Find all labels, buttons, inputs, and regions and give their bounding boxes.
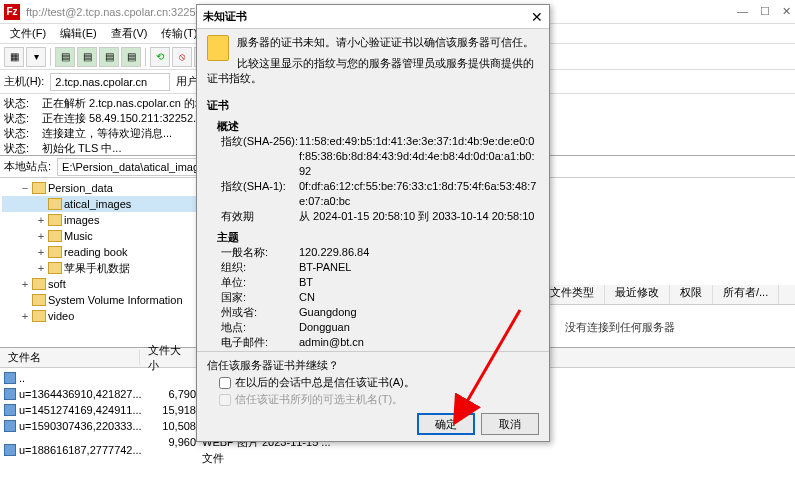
cn-label: 一般名称:	[221, 245, 299, 260]
log-label: 状态:	[4, 141, 34, 156]
dialog-title: 未知证书	[203, 9, 531, 24]
unit-label: 单位:	[221, 275, 299, 290]
log-label: 状态:	[4, 111, 34, 126]
local-site-label: 本地站点:	[4, 159, 51, 174]
country-label: 国家:	[221, 290, 299, 305]
dropdown-icon[interactable]: ▾	[26, 47, 46, 67]
log-msg: 连接建立，等待欢迎消息...	[42, 126, 172, 141]
menu-file[interactable]: 文件(F)	[4, 26, 52, 41]
refresh-icon[interactable]: ⟲	[150, 47, 170, 67]
maximize-icon[interactable]: ☐	[760, 5, 770, 18]
host-input[interactable]	[50, 73, 170, 91]
close-icon[interactable]: ✕	[782, 5, 791, 18]
section-cert: 证书	[207, 98, 539, 113]
mail-label: 电子邮件:	[221, 335, 299, 350]
remote-file-header: 文件类型 最近修改 权限 所有者/...	[540, 285, 795, 305]
log-label: 状态:	[4, 126, 34, 141]
col-name[interactable]: 文件名	[0, 350, 140, 365]
country-value: CN	[299, 290, 539, 305]
sitemanager-icon[interactable]: ▦	[4, 47, 24, 67]
log-msg: 正在解析 2.tcp.nas.cpolar.cn 的地址	[42, 96, 217, 111]
minimize-icon[interactable]: —	[737, 5, 748, 18]
unknown-certificate-dialog: 未知证书 ✕ 服务器的证书未知。请小心验证证书以确信该服务器可信任。 比较这里显…	[196, 4, 550, 442]
cancel-button[interactable]: 取消	[481, 413, 539, 435]
prov-value: Guangdong	[299, 305, 539, 320]
menu-view[interactable]: 查看(V)	[105, 26, 154, 41]
host-label: 主机(H):	[4, 74, 44, 89]
toggle4-icon[interactable]: ▤	[121, 47, 141, 67]
log-msg: 正在连接 58.49.150.211:32252...	[42, 111, 202, 126]
app-icon: Fz	[4, 4, 20, 20]
fp1-label: 指纹(SHA-1):	[221, 179, 299, 209]
remote-empty-message: 没有连接到任何服务器	[565, 320, 675, 335]
fp256-label: 指纹(SHA-256):	[221, 134, 299, 179]
org-label: 组织:	[221, 260, 299, 275]
stop-icon[interactable]: ⦸	[172, 47, 192, 67]
trust-althost-checkbox[interactable]: 信任该证书所列的可选主机名(T)。	[219, 392, 539, 407]
loc-label: 地点:	[221, 320, 299, 335]
col-perm[interactable]: 权限	[670, 285, 713, 304]
trust-always-checkbox[interactable]: 在以后的会话中总是信任该证书(A)。	[219, 375, 539, 390]
section-overview: 概述	[217, 119, 539, 134]
trust-question: 信任该服务器证书并继续？	[207, 358, 539, 373]
section-subject: 主题	[217, 230, 539, 245]
lock-icon	[207, 35, 229, 61]
org-value: BT-PANEL	[299, 260, 539, 275]
unit-value: BT	[299, 275, 539, 290]
col-owner[interactable]: 所有者/...	[713, 285, 779, 304]
ok-button[interactable]: 确定	[417, 413, 475, 435]
fp1-value: 0f:df:a6:12:cf:55:be:76:33:c1:8d:75:4f:6…	[299, 179, 539, 209]
fp256-value: 11:58:ed:49:b5:1d:41:3e:3e:37:1d:4b:9e:d…	[299, 134, 539, 179]
prov-label: 州或省:	[221, 305, 299, 320]
mail-value: admin@bt.cn	[299, 335, 539, 350]
valid-value: 从 2024-01-15 20:58:10 到 2033-10-14 20:58…	[299, 209, 539, 224]
toggle2-icon[interactable]: ▤	[77, 47, 97, 67]
dialog-warn2: 比较这里显示的指纹与您的服务器管理员或服务提供商提供的证书指纹。	[207, 56, 539, 86]
toggle1-icon[interactable]: ▤	[55, 47, 75, 67]
loc-value: Dongguan	[299, 320, 539, 335]
log-msg: 初始化 TLS 中...	[42, 141, 121, 156]
dialog-close-icon[interactable]: ✕	[531, 9, 543, 25]
col-size[interactable]: 文件大小	[140, 343, 198, 373]
toggle3-icon[interactable]: ▤	[99, 47, 119, 67]
log-label: 状态:	[4, 96, 34, 111]
cn-value: 120.229.86.84	[299, 245, 539, 260]
menu-edit[interactable]: 编辑(E)	[54, 26, 103, 41]
dialog-warn1: 服务器的证书未知。请小心验证证书以确信该服务器可信任。	[207, 35, 539, 50]
valid-label: 有效期	[221, 209, 299, 224]
col-modified[interactable]: 最近修改	[605, 285, 670, 304]
